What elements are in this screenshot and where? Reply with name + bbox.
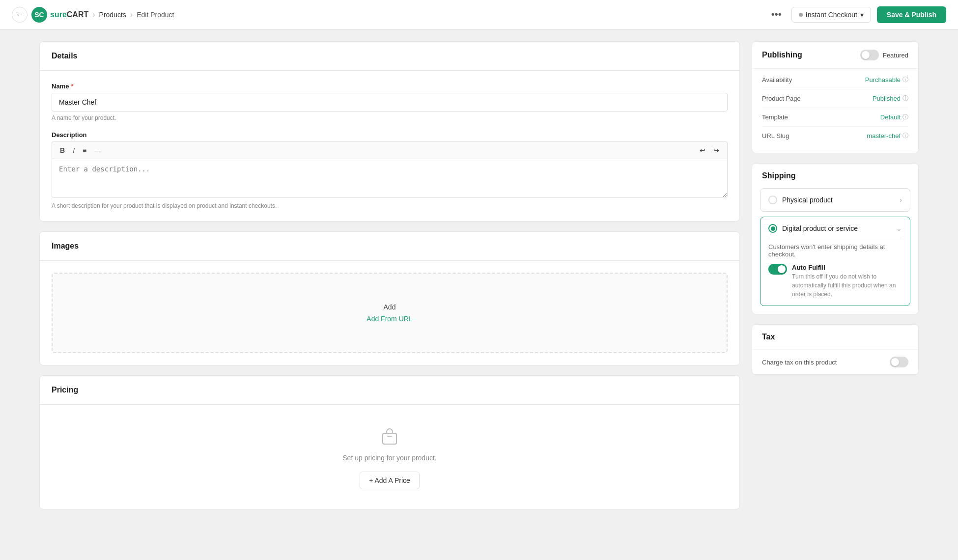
pricing-empty-state: Set up pricing for your product. + Add A… <box>40 405 739 509</box>
availability-value: Purchasable ⓘ <box>865 76 908 84</box>
digital-option-header: Digital product or service ⌄ <box>768 224 902 233</box>
page-layout: Details Name * A name for your product. … <box>0 29 958 521</box>
auto-fulfill-label: Auto Fulfill <box>792 264 902 271</box>
product-name-input[interactable] <box>52 93 728 112</box>
product-page-label: Product Page <box>762 95 801 102</box>
description-field-group: Description B I ≡ — ↩ ↪ A short descript… <box>52 131 728 209</box>
auto-fulfill-toggle[interactable] <box>768 264 787 275</box>
charge-tax-label: Charge tax on this product <box>762 359 837 366</box>
more-options-button[interactable]: ••• <box>767 7 786 22</box>
dash-button[interactable]: — <box>91 145 104 156</box>
physical-radio <box>768 196 777 204</box>
image-upload-zone[interactable]: Add Add From URL <box>52 273 728 353</box>
digital-product-option[interactable]: Digital product or service ⌄ Customers w… <box>760 217 910 306</box>
description-hint: A short description for your product tha… <box>52 202 728 209</box>
tax-title: Tax <box>752 325 918 350</box>
images-card: Images Add Add From URL <box>39 231 740 365</box>
svg-rect-1 <box>387 436 392 437</box>
instant-checkout-button[interactable]: Instant Checkout ▾ <box>791 7 871 23</box>
breadcrumb-current: Edit Product <box>137 11 174 19</box>
instant-checkout-dot-icon <box>799 13 803 17</box>
description-toolbar: B I ≡ — ↩ ↪ <box>52 141 728 159</box>
auto-fulfill-desc: Turn this off if you do not wish to auto… <box>792 272 902 299</box>
top-navigation: ← SC sureCART › Products › Edit Product … <box>0 0 958 29</box>
breadcrumb-products[interactable]: Products <box>99 11 126 19</box>
publishing-title: Publishing <box>762 51 802 59</box>
brand-name: sureCART <box>50 10 88 19</box>
physical-option-label: Physical product <box>782 196 833 204</box>
publishing-card: Publishing Featured Availability Purchas… <box>752 41 919 153</box>
charge-tax-toggle[interactable] <box>890 357 908 367</box>
availability-row: Availability Purchasable ⓘ <box>762 71 908 89</box>
italic-button[interactable]: I <box>70 145 78 156</box>
pricing-hint: Set up pricing for your product. <box>52 454 728 462</box>
product-page-info-icon[interactable]: ⓘ <box>902 94 908 103</box>
add-price-button[interactable]: + Add A Price <box>360 472 420 489</box>
list-button[interactable]: ≡ <box>80 145 89 156</box>
name-field-group: Name * A name for your product. <box>52 83 728 121</box>
add-from-url-link[interactable]: Add From URL <box>366 315 412 323</box>
instant-checkout-label: Instant Checkout <box>806 11 857 19</box>
description-textarea[interactable] <box>52 159 728 198</box>
undo-button[interactable]: ↩ <box>697 145 708 156</box>
tax-body: Charge tax on this product <box>752 350 918 374</box>
bold-button[interactable]: B <box>57 145 68 156</box>
physical-option-left: Physical product <box>768 196 833 204</box>
tax-card: Tax Charge tax on this product <box>752 324 919 375</box>
featured-toggle[interactable] <box>860 50 879 60</box>
template-link[interactable]: Default <box>880 113 901 121</box>
url-slug-value: master-chef ⓘ <box>867 132 908 140</box>
auto-fulfill-text: Auto Fulfill Turn this off if you do not… <box>792 264 902 299</box>
url-slug-info-icon[interactable]: ⓘ <box>902 132 908 140</box>
pricing-card: Pricing Set up pricing for your product.… <box>39 375 740 509</box>
svg-rect-0 <box>383 433 396 444</box>
availability-info-icon[interactable]: ⓘ <box>902 76 908 84</box>
back-icon: ← <box>16 10 24 19</box>
more-icon: ••• <box>771 9 782 20</box>
shipping-options: Physical product › Digital product or se… <box>752 188 918 314</box>
publishing-header: Publishing Featured <box>752 42 918 68</box>
product-page-link[interactable]: Published <box>873 95 901 102</box>
back-button[interactable]: ← <box>12 7 28 23</box>
required-indicator: * <box>71 83 73 90</box>
sidebar-column: Publishing Featured Availability Purchas… <box>752 41 919 375</box>
physical-chevron-icon: › <box>900 196 902 204</box>
availability-link[interactable]: Purchasable <box>865 76 901 84</box>
pricing-icon <box>378 424 401 448</box>
url-slug-row: URL Slug master-chef ⓘ <box>762 127 908 145</box>
images-header: Images <box>40 232 739 261</box>
url-slug-label: URL Slug <box>762 132 789 140</box>
digital-radio <box>768 224 777 233</box>
images-body: Add Add From URL <box>40 261 739 365</box>
digital-option-body: Customers won't enter shipping details a… <box>768 238 902 299</box>
digital-description: Customers won't enter shipping details a… <box>768 243 902 258</box>
featured-area: Featured <box>860 50 908 60</box>
nav-left: ← SC sureCART › Products › Edit Product <box>12 7 174 23</box>
upload-text: Add <box>64 303 715 311</box>
instant-checkout-chevron-icon: ▾ <box>860 11 864 19</box>
digital-chevron-icon: ⌄ <box>896 224 902 232</box>
product-page-row: Product Page Published ⓘ <box>762 89 908 108</box>
template-row: Template Default ⓘ <box>762 108 908 127</box>
redo-button[interactable]: ↪ <box>710 145 722 156</box>
nav-right: ••• Instant Checkout ▾ Save & Publish <box>767 6 946 23</box>
product-page-value: Published ⓘ <box>873 94 908 103</box>
digital-option-label: Digital product or service <box>782 224 858 232</box>
pricing-header: Pricing <box>40 376 739 405</box>
template-label: Template <box>762 113 788 121</box>
auto-fulfill-row: Auto Fulfill Turn this off if you do not… <box>768 264 902 299</box>
save-publish-button[interactable]: Save & Publish <box>877 6 946 23</box>
shipping-title: Shipping <box>752 164 918 188</box>
physical-product-option[interactable]: Physical product › <box>760 188 910 212</box>
brand-logo-area: SC sureCART <box>31 7 88 23</box>
details-card: Details Name * A name for your product. … <box>39 41 740 222</box>
shipping-card: Shipping Physical product › <box>752 163 919 314</box>
template-info-icon[interactable]: ⓘ <box>902 113 908 121</box>
digital-option-left: Digital product or service <box>768 224 858 233</box>
physical-option-header: Physical product › <box>768 196 902 204</box>
publishing-rows: Availability Purchasable ⓘ Product Page … <box>752 68 918 153</box>
name-label: Name * <box>52 83 728 90</box>
main-column: Details Name * A name for your product. … <box>39 41 740 509</box>
url-slug-link[interactable]: master-chef <box>867 132 901 140</box>
details-header: Details <box>40 42 739 71</box>
